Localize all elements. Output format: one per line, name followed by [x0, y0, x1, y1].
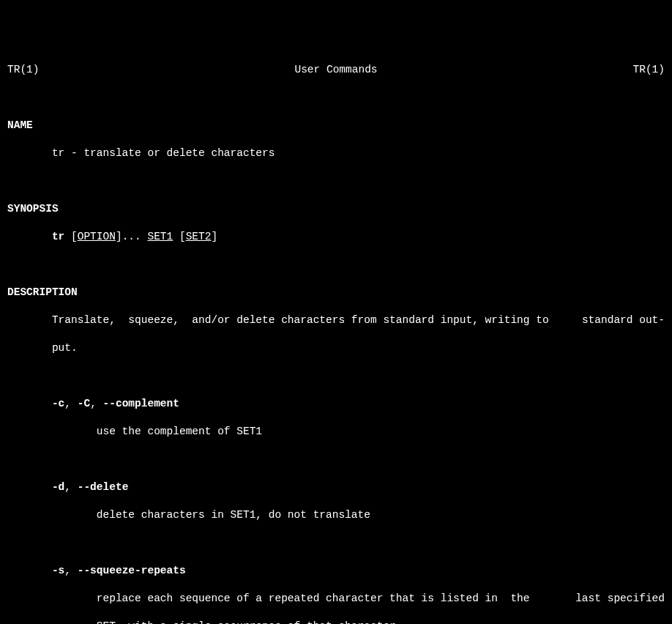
header-center: User Commands: [294, 63, 377, 77]
man-page-header: TR(1) User Commands TR(1): [7, 63, 665, 77]
blank-line: [7, 174, 665, 188]
synopsis-set2: SET2: [186, 231, 212, 242]
blank-line: [7, 369, 665, 383]
synopsis-cmd: tr: [52, 231, 64, 242]
blank-line: [7, 258, 665, 272]
synopsis-set1: SET1: [147, 231, 173, 242]
blank-line: [7, 453, 665, 467]
blank-line: [7, 91, 665, 105]
option-s-flags: -s, --squeeze-repeats: [7, 564, 665, 578]
synopsis-text: ]...: [116, 231, 148, 242]
header-left: TR(1): [7, 63, 40, 77]
section-description: DESCRIPTION: [7, 286, 665, 300]
option-s-desc-1: replace each sequence of a repeated char…: [7, 592, 665, 606]
synopsis-text: [: [64, 231, 77, 242]
section-name: NAME: [7, 119, 665, 133]
option-c-desc: use the complement of SET1: [7, 425, 665, 439]
synopsis-text: ]: [211, 231, 217, 242]
option-d-desc: delete characters in SET1, do not transl…: [7, 508, 665, 522]
header-right: TR(1): [632, 63, 665, 77]
synopsis-text: [: [173, 231, 185, 242]
synopsis-option: OPTION: [78, 231, 116, 242]
synopsis-line: tr [OPTION]... SET1 [SET2]: [7, 230, 665, 244]
description-intro-1: Translate, squeeze, and/or delete charac…: [7, 313, 665, 327]
section-synopsis: SYNOPSIS: [7, 202, 665, 216]
name-line: tr - translate or delete characters: [7, 146, 665, 160]
option-s-desc-2: SET, with a single occurrence of that ch…: [7, 620, 665, 624]
option-d-flags: -d, --delete: [7, 480, 665, 494]
blank-line: [7, 536, 665, 550]
option-c-flags: -c, -C, --complement: [7, 397, 665, 411]
description-intro-2: put.: [7, 341, 665, 355]
